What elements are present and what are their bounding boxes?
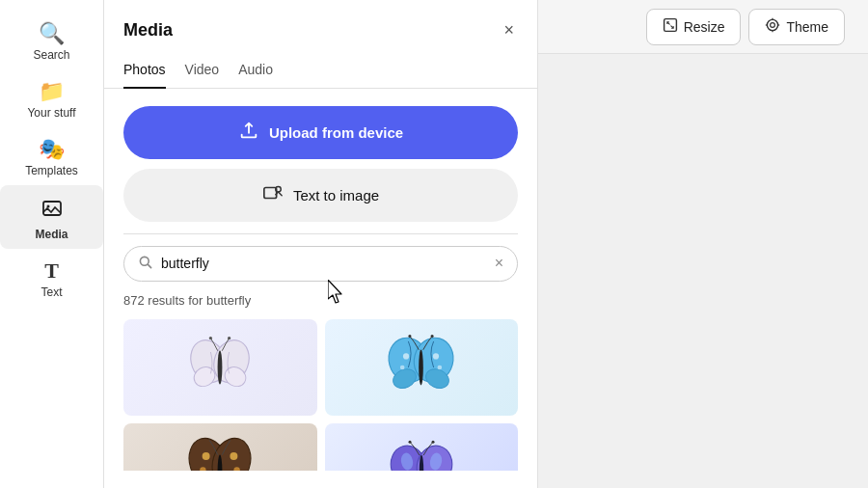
text-to-image-icon <box>262 182 284 208</box>
svg-point-9 <box>218 350 223 384</box>
folder-icon: 📁 <box>39 81 65 102</box>
search-clear-button[interactable]: × <box>495 256 503 271</box>
svg-rect-2 <box>264 187 277 198</box>
tab-video[interactable]: Video <box>185 54 220 89</box>
panel-body: Upload from device Text to image × <box>104 89 537 489</box>
canvas-area[interactable] <box>538 54 868 488</box>
image-tile-4[interactable] <box>325 423 519 472</box>
search-input[interactable] <box>161 256 487 271</box>
templates-icon: 🎭 <box>39 139 65 160</box>
right-area: Resize Theme <box>538 0 868 488</box>
svg-point-42 <box>408 440 411 443</box>
search-box: × <box>123 246 518 282</box>
svg-point-43 <box>431 440 434 443</box>
tabs: Photos Video Audio <box>104 54 537 89</box>
search-icon <box>138 255 153 273</box>
svg-point-18 <box>400 365 405 369</box>
svg-point-22 <box>431 335 434 338</box>
upload-from-device-button[interactable]: Upload from device <box>123 106 518 159</box>
svg-point-10 <box>209 337 212 339</box>
svg-rect-44 <box>664 18 676 31</box>
image-tile-3[interactable] <box>123 423 317 472</box>
svg-point-17 <box>433 353 439 359</box>
resize-icon <box>663 17 678 37</box>
sidebar-item-templates[interactable]: 🎭 Templates <box>0 127 103 185</box>
text-to-image-label: Text to image <box>293 187 379 203</box>
theme-label: Theme <box>786 19 828 35</box>
text-icon: T <box>44 260 59 282</box>
sidebar-item-label: Text <box>41 285 62 299</box>
media-panel: Media × Photos Video Audio Upload from d… <box>104 0 538 488</box>
svg-point-11 <box>228 337 231 339</box>
close-button[interactable]: × <box>500 17 518 42</box>
sidebar-item-label: Templates <box>25 164 78 177</box>
sidebar-item-label: Search <box>33 48 69 62</box>
sidebar-item-media[interactable]: Media <box>0 185 103 249</box>
search-icon: 🔍 <box>39 23 65 44</box>
tab-audio[interactable]: Audio <box>238 54 273 89</box>
sidebar-item-text[interactable]: T Text <box>0 249 103 307</box>
svg-point-27 <box>203 452 210 460</box>
topbar: Resize Theme <box>538 0 868 54</box>
upload-icon <box>238 120 259 146</box>
image-grid <box>123 319 518 472</box>
upload-label: Upload from device <box>269 124 403 141</box>
sidebar-item-search[interactable]: 🔍 Search <box>0 12 103 69</box>
svg-point-20 <box>419 349 423 385</box>
results-label: 872 results for butterfly <box>123 293 518 308</box>
theme-button[interactable]: Theme <box>748 9 845 45</box>
image-tile-2[interactable] <box>325 319 519 416</box>
svg-point-16 <box>403 353 409 359</box>
sidebar-item-label: Your stuff <box>27 106 75 120</box>
svg-rect-0 <box>43 202 61 215</box>
panel-title: Media <box>123 20 173 41</box>
tab-photos[interactable]: Photos <box>123 54 166 89</box>
theme-icon <box>765 17 780 37</box>
svg-point-19 <box>438 365 443 369</box>
sidebar-item-your-stuff[interactable]: 📁 Your stuff <box>0 69 103 127</box>
text-to-image-button[interactable]: Text to image <box>123 169 518 222</box>
svg-point-46 <box>771 22 775 27</box>
svg-point-28 <box>231 452 238 460</box>
svg-point-45 <box>768 19 778 30</box>
media-icon <box>41 197 64 224</box>
panel-header: Media × <box>104 0 537 54</box>
svg-point-21 <box>409 335 412 338</box>
divider <box>123 233 518 234</box>
sidebar-item-label: Media <box>35 228 68 241</box>
resize-label: Resize <box>684 19 725 35</box>
image-tile-1[interactable] <box>123 319 317 416</box>
sidebar: 🔍 Search 📁 Your stuff 🎭 Templates Media … <box>0 0 104 488</box>
resize-button[interactable]: Resize <box>646 9 742 45</box>
